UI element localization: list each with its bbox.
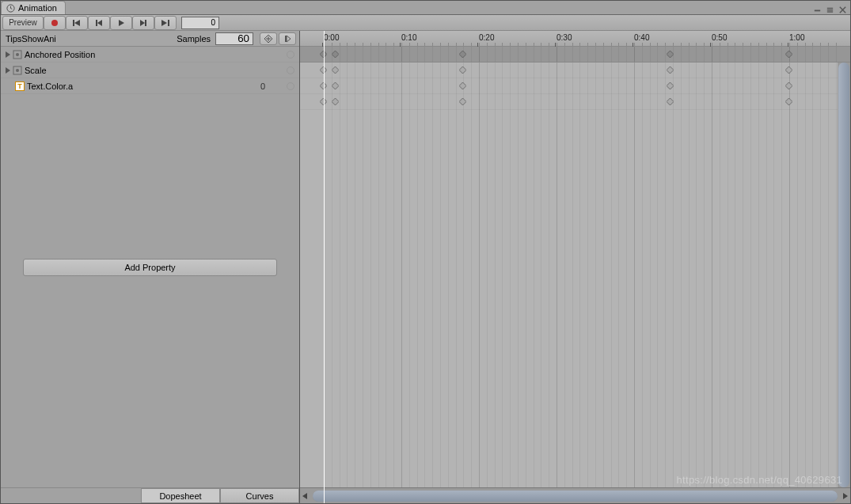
ruler-tick: 0:00: [324, 33, 339, 42]
svg-marker-26: [459, 51, 466, 58]
svg-marker-30: [332, 66, 339, 74]
svg-marker-38: [785, 82, 792, 89]
svg-rect-8: [96, 20, 97, 26]
scroll-right-icon[interactable]: [839, 491, 850, 502]
horizontal-scrollbar: [300, 487, 850, 503]
scrollbar-thumb[interactable]: [838, 63, 849, 487]
property-label: Scale: [25, 66, 239, 75]
config-bar: TipsShowAni Samples: [1, 31, 299, 47]
svg-point-23: [16, 69, 19, 72]
text-icon: T: [15, 81, 25, 91]
keyframe[interactable]: [667, 98, 674, 105]
clock-icon: [6, 4, 15, 13]
svg-marker-43: [785, 98, 792, 105]
key-indicator-icon[interactable]: [287, 82, 294, 90]
keyframe[interactable]: [332, 98, 339, 105]
summary-track[interactable]: [300, 47, 850, 63]
key-indicator-icon[interactable]: [287, 66, 294, 74]
frame-field[interactable]: [181, 17, 219, 29]
content: TipsShowAni Samples Anchored PositionSca…: [1, 31, 850, 503]
add-event-button[interactable]: [279, 32, 296, 45]
add-property-button[interactable]: Add Property: [23, 259, 277, 276]
menu-icon[interactable]: [825, 5, 834, 14]
tab-animation[interactable]: Animation: [1, 1, 66, 14]
svg-rect-2: [826, 7, 832, 8]
track-area[interactable]: [300, 63, 850, 487]
ruler-tick: 0:10: [401, 33, 416, 42]
keyframe[interactable]: [459, 66, 466, 74]
svg-marker-19: [287, 36, 291, 42]
playhead[interactable]: [324, 31, 325, 503]
add-keyframe-button[interactable]: [260, 32, 277, 45]
keyframe[interactable]: [785, 51, 792, 58]
property-label: Anchored Position: [25, 50, 239, 59]
svg-marker-36: [459, 82, 466, 89]
svg-marker-33: [785, 66, 792, 74]
svg-marker-37: [667, 82, 674, 89]
play-button[interactable]: [110, 16, 132, 30]
property-row[interactable]: TText.Color.a0: [1, 78, 299, 94]
svg-marker-31: [459, 66, 466, 74]
prev-key-button[interactable]: [88, 16, 110, 30]
track-row[interactable]: [300, 78, 850, 94]
svg-marker-44: [302, 493, 307, 499]
ruler-tick: 0:50: [712, 33, 727, 42]
ruler[interactable]: 0:000:100:200:300:400:501:00: [300, 31, 850, 47]
svg-marker-13: [161, 20, 167, 26]
keyframe[interactable]: [667, 66, 674, 74]
keyframe[interactable]: [667, 51, 674, 58]
ruler-tick: 0:20: [479, 33, 494, 42]
close-icon[interactable]: [838, 5, 847, 14]
keyframe[interactable]: [667, 82, 674, 89]
keyframe[interactable]: [459, 82, 466, 89]
keyframe[interactable]: [459, 51, 466, 58]
keyframe[interactable]: [332, 66, 339, 74]
svg-marker-11: [140, 20, 145, 26]
dopesheet-tab[interactable]: Dopesheet: [141, 488, 220, 503]
key-indicator-icon[interactable]: [287, 51, 294, 59]
expand-icon[interactable]: [6, 67, 10, 74]
curves-tab[interactable]: Curves: [220, 488, 299, 503]
toolbar: Preview: [1, 15, 850, 31]
last-frame-button[interactable]: [154, 16, 177, 30]
keyframe[interactable]: [332, 82, 339, 89]
dock-icon[interactable]: [812, 5, 822, 14]
svg-rect-6: [73, 20, 74, 26]
ruler-tick: 0:30: [557, 33, 572, 42]
property-list: Anchored PositionScaleTText.Color.a0: [1, 47, 299, 252]
svg-marker-32: [667, 66, 674, 74]
record-button[interactable]: [44, 16, 66, 30]
track-row[interactable]: [300, 94, 850, 110]
scrollbar-thumb[interactable]: [313, 491, 838, 502]
svg-marker-41: [459, 98, 466, 105]
next-key-button[interactable]: [132, 16, 154, 30]
vertical-scrollbar[interactable]: [838, 63, 850, 487]
svg-rect-14: [168, 20, 169, 26]
tab-bar: Animation: [1, 1, 850, 15]
first-frame-button[interactable]: [66, 16, 88, 30]
clip-dropdown[interactable]: TipsShowAni: [4, 34, 177, 44]
svg-marker-45: [843, 493, 848, 499]
expand-icon[interactable]: [6, 51, 10, 58]
svg-marker-9: [97, 20, 102, 26]
keyframe[interactable]: [332, 51, 339, 58]
keyframe[interactable]: [785, 66, 792, 74]
svg-marker-10: [119, 20, 124, 26]
property-row[interactable]: Scale: [1, 63, 299, 78]
property-row[interactable]: Anchored Position: [1, 47, 299, 63]
ruler-tick: 1:00: [789, 33, 804, 42]
property-value: 0: [239, 81, 287, 91]
preview-button[interactable]: Preview: [2, 16, 44, 30]
track-row[interactable]: [300, 63, 850, 78]
svg-marker-7: [74, 20, 80, 26]
svg-rect-4: [826, 11, 832, 12]
scroll-left-icon[interactable]: [300, 491, 311, 502]
recttransform-icon: [13, 50, 22, 59]
samples-label: Samples: [177, 34, 211, 44]
svg-marker-28: [785, 51, 792, 58]
scrollbar-track[interactable]: [313, 491, 838, 502]
keyframe[interactable]: [785, 82, 792, 89]
samples-field[interactable]: [215, 32, 253, 45]
keyframe[interactable]: [785, 98, 792, 105]
keyframe[interactable]: [459, 98, 466, 105]
